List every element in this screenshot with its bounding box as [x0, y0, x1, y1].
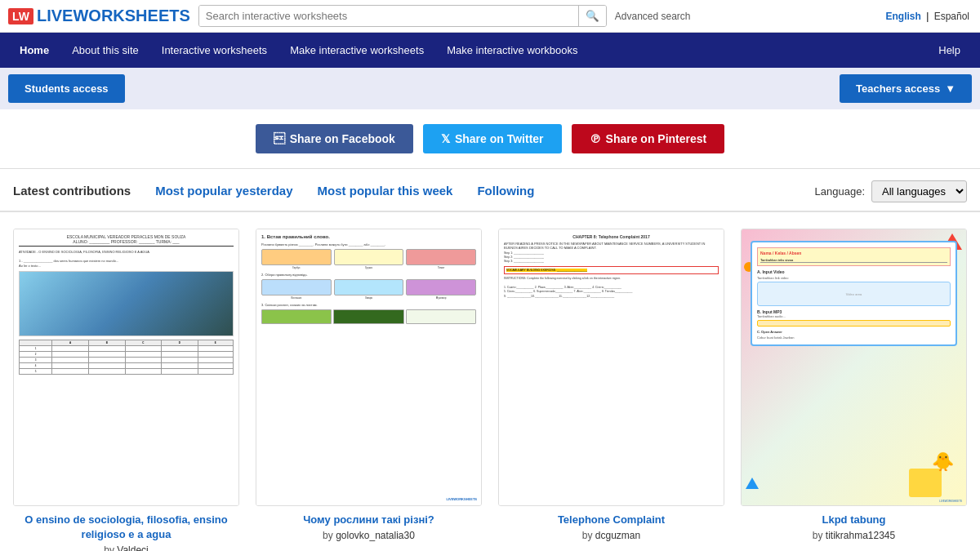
worksheet-thumb-2[interactable]: 1. Встав правильний слово. Рослини буваю… — [256, 229, 482, 506]
nav-make-workbooks[interactable]: Make interactive workbooks — [435, 33, 589, 68]
students-access-button[interactable]: Students access — [8, 74, 125, 103]
nav-about[interactable]: About this site — [60, 33, 150, 68]
language-links: English | Español — [883, 11, 972, 22]
tabs-bar: Latest contributions Most popular yester… — [0, 169, 980, 212]
card2-items-row2: Волошка Хмара Мухомор — [261, 279, 476, 300]
card1-header: ESCOLA MUNICIPAL VEREADOR PERACLES MON D… — [19, 234, 234, 247]
card3-subtitle: AFTER READING A PRESS NOTICE IN THE NEWS… — [504, 242, 719, 250]
card3-highlighted-box: VOCABULARY BUILDING EXERCISE: __________… — [504, 266, 719, 274]
worksheet-thumb-1[interactable]: ESCOLA MUNICIPAL VEREADOR PERACLES MON D… — [13, 229, 239, 506]
card1-text: ATIVIDADE - O ENSINO DE SOCIOLOGIA, FILO… — [19, 250, 234, 268]
card3-title: CHAPTER 8: Telephone Complaint 2017 — [504, 234, 719, 239]
worksheet-title-1[interactable]: O ensino de sociologia, filosofia, ensin… — [13, 513, 239, 542]
nav-make-interactive[interactable]: Make interactive worksheets — [278, 33, 435, 68]
card2-item-mushroom: Мухомор — [406, 279, 476, 300]
worksheet-author-4: by titikrahma12345 — [813, 530, 895, 541]
card2-item-bottle: Волошка — [261, 279, 332, 300]
card3-text1: Step 1: ___________________ Step 2: ____… — [504, 251, 719, 264]
worksheet-card-3: CHAPTER 8: Telephone Complaint 2017 AFTE… — [498, 229, 724, 551]
logo-icon: LW — [8, 8, 33, 24]
worksheet-author-2: by golovko_natalia30 — [323, 530, 415, 541]
share-twitter-button[interactable]: 𝕏 Share on Twitter — [423, 124, 562, 153]
logo: LW LIVEWORKSHEETS — [8, 7, 190, 25]
card4-watermark: LIVEWORKSHEETS — [939, 500, 962, 503]
language-filter-select[interactable]: All languages — [871, 180, 967, 202]
worksheet-card-2: 1. Встав правильний слово. Рослини буваю… — [256, 229, 482, 551]
language-filter: Language: All languages — [815, 180, 967, 211]
access-bar: Students access Teachers access ▼ — [0, 68, 980, 109]
teachers-access-label: Teachers access — [856, 82, 940, 95]
worksheet-title-3[interactable]: Telephone Complaint — [558, 513, 665, 527]
teachers-dropdown-icon: ▼ — [945, 82, 956, 95]
facebook-icon:  — [274, 132, 285, 145]
card2-photos — [261, 309, 476, 324]
worksheet-title-4[interactable]: Lkpd tabung — [822, 513, 886, 527]
card2-item-gourd: Гарбуз — [261, 249, 332, 269]
card4-name-box: Nama / Kelas / Absen Tambahkan teks sisw… — [757, 247, 951, 266]
card4-video-label: A. Input Video — [757, 269, 951, 274]
espanol-link[interactable]: Español — [934, 11, 969, 22]
nav-home[interactable]: Home — [8, 33, 60, 68]
nav-bar: Home About this site Interactive workshe… — [0, 33, 980, 68]
advanced-search-link[interactable]: Advanced search — [615, 11, 691, 22]
card4-duck: 🐥 — [932, 451, 954, 473]
share-pinterest-button[interactable]: ℗ Share on Pinterest — [572, 124, 725, 153]
english-link[interactable]: English — [885, 11, 920, 22]
tab-latest[interactable]: Latest contributions — [13, 184, 147, 207]
card3-questions: INSTRUCTIONS: Complete the following exe… — [504, 277, 719, 300]
nav-help[interactable]: Help — [927, 33, 972, 68]
logo-text: LIVEWORKSHEETS — [37, 7, 190, 25]
tab-popular-yesterday[interactable]: Most popular yesterday — [155, 184, 309, 207]
worksheet-thumb-3[interactable]: CHAPTER 8: Telephone Complaint 2017 AFTE… — [498, 229, 724, 506]
card2-section2: 2. Обери правильну відповідь. — [261, 273, 476, 277]
teachers-access-button[interactable]: Teachers access ▼ — [840, 74, 972, 103]
card2-section3: 3. Скільки рослин, схожих за листям. — [261, 303, 476, 307]
card4-audio-section: B. Input MP3 Tambahkan audio... — [757, 309, 951, 327]
card2-item-cloud: Хмара — [334, 279, 404, 300]
search-button[interactable]: 🔍 — [578, 6, 606, 26]
language-filter-label: Language: — [815, 185, 865, 198]
worksheet-title-2[interactable]: Чому рослини такі різні? — [303, 513, 434, 527]
card2-watermark: LIVEWORKSHEETS — [446, 497, 477, 501]
card4-video-box: Video area — [757, 282, 951, 306]
worksheet-card-1: ESCOLA MUNICIPAL VEREADOR PERACLES MON D… — [13, 229, 239, 551]
worksheet-author-1: by Valdeci — [104, 544, 148, 551]
worksheet-thumb-4[interactable]: Nama / Kelas / Absen Tambahkan teks sisw… — [741, 229, 967, 506]
share-facebook-button[interactable]:  Share on Facebook — [256, 124, 413, 153]
share-bar:  Share on Facebook 𝕏 Share on Twitter ℗… — [0, 109, 980, 169]
worksheet-author-3: by dcguzman — [582, 530, 640, 541]
pinterest-icon: ℗ — [590, 132, 601, 145]
card2-title: 1. Встав правильний слово. — [261, 234, 476, 239]
card1-table: ABCDE 1 2 3 4 5 — [19, 340, 234, 375]
card2-section1: Рослини бувають різних ________. Рослини… — [261, 242, 476, 247]
search-bar: 🔍 — [198, 5, 607, 27]
card2-items-row1: Гарбуз Груша Томат — [261, 249, 476, 269]
card1-image — [19, 271, 234, 336]
worksheet-card-4: Nama / Kelas / Absen Tambahkan teks sisw… — [741, 229, 967, 551]
tab-following[interactable]: Following — [477, 184, 550, 207]
top-bar: LW LIVEWORKSHEETS 🔍 Advanced search Engl… — [0, 0, 980, 33]
twitter-icon: 𝕏 — [441, 132, 450, 145]
card2-item-pear: Груша — [334, 249, 404, 269]
search-input[interactable] — [199, 6, 578, 26]
tab-popular-week[interactable]: Most popular this week — [318, 184, 470, 207]
worksheets-grid: ESCOLA MUNICIPAL VEREADOR PERACLES MON D… — [0, 212, 980, 551]
nav-interactive-worksheets[interactable]: Interactive worksheets — [150, 33, 278, 68]
card2-item-tomato: Томат — [406, 249, 476, 269]
